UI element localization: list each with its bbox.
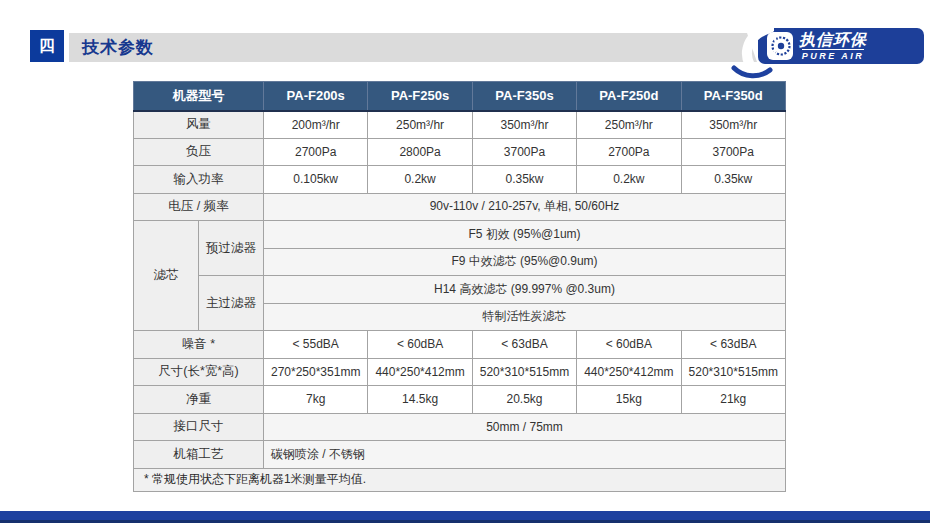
row-pressure: 负压 2700Pa 2800Pa 3700Pa 2700Pa 3700Pa xyxy=(134,138,786,166)
cell-pressure-2: 2800Pa xyxy=(368,138,472,166)
brand-text-block: 执信环保 PURE AIR xyxy=(799,31,867,62)
cell-weight-4: 15kg xyxy=(577,386,681,414)
row-weight: 净重 7kg 14.5kg 20.5kg 15kg 21kg xyxy=(134,386,786,414)
cell-pressure-3: 3700Pa xyxy=(472,138,576,166)
cell-size-5: 520*310*515mm xyxy=(681,358,785,386)
table-footnote: * 常规使用状态下距离机器1米测量平均值. xyxy=(134,468,786,491)
header-model-5: PA-F350d xyxy=(681,82,785,111)
brand-name-cn: 执信环保 xyxy=(799,31,867,49)
cell-power-4: 0.2kw xyxy=(577,166,681,194)
cell-voltage: 90v-110v / 210-257v, 单相, 50/60Hz xyxy=(264,193,786,221)
cell-airflow-4: 250m³/hr xyxy=(577,111,681,139)
cell-noise-1: < 55dBA xyxy=(264,331,368,359)
cell-power-5: 0.35kw xyxy=(681,166,785,194)
cell-size-2: 440*250*412mm xyxy=(368,358,472,386)
cell-prefilter-2: F9 中效滤芯 (95%@0.9um) xyxy=(264,248,786,276)
cell-weight-2: 14.5kg xyxy=(368,386,472,414)
table-header-row: 机器型号 PA-F200s PA-F250s PA-F350s PA-F250d… xyxy=(134,82,786,111)
header-model-2: PA-F250s xyxy=(368,82,472,111)
label-weight: 净重 xyxy=(134,386,264,414)
cell-pressure-4: 2700Pa xyxy=(577,138,681,166)
label-size: 尺寸(长*宽*高) xyxy=(134,358,264,386)
cell-airflow-5: 350m³/hr xyxy=(681,111,785,139)
cell-noise-2: < 60dBA xyxy=(368,331,472,359)
row-power: 输入功率 0.105kw 0.2kw 0.35kw 0.2kw 0.35kw xyxy=(134,166,786,194)
label-mainfilter: 主过滤器 xyxy=(199,276,264,331)
cell-airflow-3: 350m³/hr xyxy=(472,111,576,139)
spec-table: 机器型号 PA-F200s PA-F250s PA-F350s PA-F250d… xyxy=(133,81,786,492)
row-airflow: 风量 200m³/hr 250m³/hr 350m³/hr 250m³/hr 3… xyxy=(134,111,786,139)
label-prefilter: 预过滤器 xyxy=(199,221,264,276)
row-footnote: * 常规使用状态下距离机器1米测量平均值. xyxy=(134,468,786,491)
cell-airflow-1: 200m³/hr xyxy=(264,111,368,139)
cell-noise-5: < 63dBA xyxy=(681,331,785,359)
header-model-4: PA-F250d xyxy=(577,82,681,111)
section-title-banner: 技术参数 xyxy=(69,33,757,62)
header-model-3: PA-F350s xyxy=(472,82,576,111)
page-title: 技术参数 xyxy=(82,36,154,59)
logo-swoosh-icon xyxy=(728,22,774,80)
brand-logo: 执信环保 PURE AIR xyxy=(758,28,924,64)
cell-pressure-1: 2700Pa xyxy=(264,138,368,166)
row-port: 接口尺寸 50mm / 75mm xyxy=(134,413,786,441)
cell-power-2: 0.2kw xyxy=(368,166,472,194)
section-number-badge: 四 xyxy=(30,30,64,62)
row-voltage: 电压 / 频率 90v-110v / 210-257v, 单相, 50/60Hz xyxy=(134,193,786,221)
label-voltage: 电压 / 频率 xyxy=(134,193,264,221)
row-filter-main-1: 主过滤器 H14 高效滤芯 (99.997% @0.3um) xyxy=(134,276,786,304)
cell-mainfilter-2: 特制活性炭滤芯 xyxy=(264,303,786,331)
cell-weight-1: 7kg xyxy=(264,386,368,414)
header-model-1: PA-F200s xyxy=(264,82,368,111)
cell-weight-5: 21kg xyxy=(681,386,785,414)
label-airflow: 风量 xyxy=(134,111,264,139)
cell-power-1: 0.105kw xyxy=(264,166,368,194)
label-port: 接口尺寸 xyxy=(134,413,264,441)
label-pressure: 负压 xyxy=(134,138,264,166)
brand-name-en: PURE AIR xyxy=(802,49,865,61)
label-power: 输入功率 xyxy=(134,166,264,194)
row-size: 尺寸(长*宽*高) 270*250*351mm 440*250*412mm 52… xyxy=(134,358,786,386)
cell-chassis: 碳钢喷涂 / 不锈钢 xyxy=(264,441,786,469)
bottom-bar xyxy=(0,511,930,523)
label-chassis: 机箱工艺 xyxy=(134,441,264,469)
label-noise: 噪音 * xyxy=(134,331,264,359)
cell-noise-4: < 60dBA xyxy=(577,331,681,359)
cell-noise-3: < 63dBA xyxy=(472,331,576,359)
row-noise: 噪音 * < 55dBA < 60dBA < 63dBA < 60dBA < 6… xyxy=(134,331,786,359)
row-chassis: 机箱工艺 碳钢喷涂 / 不锈钢 xyxy=(134,441,786,469)
cell-size-1: 270*250*351mm xyxy=(264,358,368,386)
cell-power-3: 0.35kw xyxy=(472,166,576,194)
row-filter-pre-1: 滤芯 预过滤器 F5 初效 (95%@1um) xyxy=(134,221,786,249)
cell-pressure-5: 3700Pa xyxy=(681,138,785,166)
label-filter: 滤芯 xyxy=(134,221,199,331)
cell-size-3: 520*310*515mm xyxy=(472,358,576,386)
cell-port: 50mm / 75mm xyxy=(264,413,786,441)
cell-mainfilter-1: H14 高效滤芯 (99.997% @0.3um) xyxy=(264,276,786,304)
cell-size-4: 440*250*412mm xyxy=(577,358,681,386)
cell-weight-3: 20.5kg xyxy=(472,386,576,414)
cell-airflow-2: 250m³/hr xyxy=(368,111,472,139)
header-model-label: 机器型号 xyxy=(134,82,264,111)
cell-prefilter-1: F5 初效 (95%@1um) xyxy=(264,221,786,249)
